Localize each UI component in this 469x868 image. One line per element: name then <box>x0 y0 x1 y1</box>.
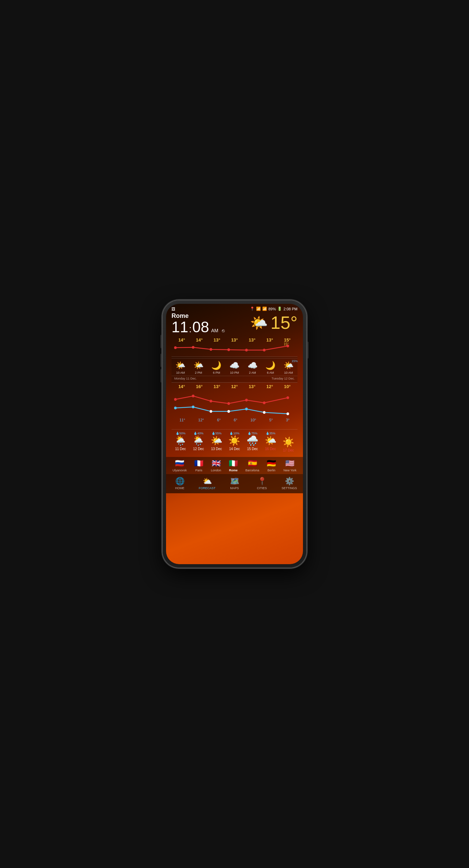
city-flag-0[interactable]: 🇷🇺 Ulyanovsk <box>173 459 187 472</box>
daily-low-5: 5° <box>269 418 273 422</box>
rain-pct-0: 💧50% <box>175 432 187 435</box>
hour-time-1: 2 PM <box>193 371 204 374</box>
flag-3: 🇮🇹 <box>229 459 238 468</box>
nav-home[interactable]: 🌐 HOME <box>166 477 193 490</box>
flag-city-0: Ulyanovsk <box>173 469 187 472</box>
nav-maps-label: MAPS <box>221 486 248 490</box>
current-temperature: 15° <box>270 312 297 333</box>
maps-icon: 🗺️ <box>221 477 248 486</box>
rain-pct-5: 💧35% <box>265 432 277 435</box>
svg-point-17 <box>227 410 230 413</box>
nav-settings-label: SETTINGS <box>276 486 303 490</box>
nav-forecast[interactable]: ⛅ FORECAST <box>193 477 221 490</box>
nav-cities[interactable]: 📍 CITIES <box>248 477 276 490</box>
city-flag-6[interactable]: 🇺🇸 New York <box>283 459 296 472</box>
daily-date-1: 12 Dec <box>192 447 204 451</box>
hour-item-4: ☁️ 2 AM <box>248 360 258 374</box>
daily-low-6: 3° <box>286 418 290 422</box>
svg-point-15 <box>192 406 194 408</box>
daily-icon-0: 🌦️ <box>175 435 187 446</box>
rain-pct-6 <box>282 432 294 436</box>
svg-point-14 <box>174 407 177 409</box>
svg-point-20 <box>287 412 289 415</box>
daily-high-labels: 14° 16° 13° 12° 13° 12° 10° <box>172 383 297 389</box>
svg-point-4 <box>245 349 248 351</box>
hourly-line-chart: 15° <box>172 343 297 355</box>
svg-point-1 <box>192 346 194 349</box>
svg-point-13 <box>287 396 289 399</box>
wallpaper-icon: 🖼 <box>172 307 175 311</box>
hour-time-6: 10 AM <box>283 371 294 374</box>
daily-icon-2: 🌤️ <box>211 435 223 446</box>
svg-point-0 <box>174 346 177 349</box>
hourly-temp-chart: 14° 14° 13° 13° 13° 13° 15° <box>172 337 297 356</box>
flag-0: 🇷🇺 <box>173 459 187 468</box>
flag-6: 🇺🇸 <box>283 459 296 468</box>
daily-icon-3: ☀️ <box>228 435 240 446</box>
status-right: 📍 📶 📶 89% 🔋 2:08 PM <box>250 307 297 311</box>
status-bar: 🖼 📍 📶 📶 89% 🔋 2:08 PM <box>166 304 303 312</box>
hour-time-2: 6 PM <box>211 371 221 374</box>
hour-time-0: 10 AM <box>175 371 186 374</box>
hour-item-0: 🌤️ 10 AM <box>175 360 186 374</box>
daily-high-5: 12° <box>266 384 273 389</box>
wifi-icon: 📶 <box>256 307 261 311</box>
daily-date-3: 14 Dec <box>228 447 240 451</box>
hour-icon-3: ☁️ <box>229 361 240 370</box>
city-flag-1[interactable]: 🇫🇷 Paris <box>194 459 203 472</box>
hourly-temp-6: 15° <box>284 337 291 343</box>
drop-icon-0: 💧 <box>176 432 179 435</box>
location-icon: 📍 <box>250 307 255 311</box>
hour-item-6: 🌤️ 15% 10 AM <box>283 360 294 374</box>
nav-settings[interactable]: ⚙️ SETTINGS <box>276 477 303 490</box>
flag-1: 🇫🇷 <box>194 459 203 468</box>
city-flag-5[interactable]: 🇩🇪 Berlin <box>267 459 276 472</box>
svg-point-2 <box>210 348 212 351</box>
svg-point-5 <box>263 349 266 351</box>
settings-icon: ⚙️ <box>276 477 303 486</box>
hourly-temp-2: 13° <box>214 337 220 343</box>
time-colon: : <box>189 324 192 335</box>
battery-text: 89% <box>268 307 276 311</box>
signal-icon: 📶 <box>262 307 267 311</box>
flag-city-6: New York <box>283 469 296 472</box>
hour-item-1: 🌤️ 2 PM <box>193 360 204 374</box>
daily-date-4: 15 Dec <box>246 447 258 451</box>
flag-city-3: Rome <box>229 469 238 472</box>
share-icon[interactable]: ⎋ <box>222 328 225 333</box>
daily-forecast-row: 💧50% 🌦️ 11 Dec 💧40% 🌦️ 12 Dec 💧55% 🌤️ 13… <box>172 429 297 454</box>
hour-item-3: ☁️ 10 PM <box>229 360 240 374</box>
rain-badge-6: 15% <box>292 359 298 363</box>
rain-pct-4: 💧75% <box>246 432 258 435</box>
hour-item-2: 🌙 6 PM <box>211 360 221 374</box>
daily-line-chart <box>172 389 297 417</box>
hourly-temp-4: 13° <box>249 337 256 343</box>
svg-point-10 <box>227 402 230 405</box>
daily-item-5: 💧35% 🌤️ 16 Dec <box>265 432 277 452</box>
hourly-temp-0: 14° <box>178 337 185 343</box>
daily-low-2: 6° <box>217 418 221 422</box>
hour-icon-2: 🌙 <box>211 361 221 370</box>
flag-5: 🇩🇪 <box>267 459 276 468</box>
hourly-temp-3: 13° <box>231 337 238 343</box>
city-flag-2[interactable]: 🇬🇧 London <box>211 459 221 472</box>
hour-icon-5: 🌙 <box>265 361 276 370</box>
svg-point-3 <box>227 348 230 351</box>
flag-city-1: Paris <box>194 469 203 472</box>
daily-high-4: 13° <box>249 384 256 389</box>
svg-point-19 <box>263 411 266 414</box>
daily-high-0: 14° <box>178 384 185 389</box>
daily-low-4: 10° <box>251 418 256 422</box>
daily-item-1: 💧40% 🌦️ 12 Dec <box>192 432 204 452</box>
city-flag-4[interactable]: 🇪🇸 Barcelona <box>245 459 259 472</box>
current-high-label: 15° <box>284 343 289 346</box>
city-flags-row: 🇷🇺 Ulyanovsk 🇫🇷 Paris 🇬🇧 London 🇮🇹 Rome … <box>166 457 303 474</box>
city-flag-3[interactable]: 🇮🇹 Rome <box>229 459 238 472</box>
daily-low-labels: 11° 12° 6° 6° 10° 5° 3° <box>172 418 297 422</box>
nav-maps[interactable]: 🗺️ MAPS <box>221 477 248 490</box>
hour-icon-4: ☁️ <box>248 361 258 370</box>
date-label-left: Monday 11 Dec. <box>174 377 197 380</box>
rain-pct-3: 💧10% <box>228 432 240 435</box>
hour-time-4: 2 AM <box>248 371 258 374</box>
daily-icon-6: ☀️ <box>282 436 294 448</box>
